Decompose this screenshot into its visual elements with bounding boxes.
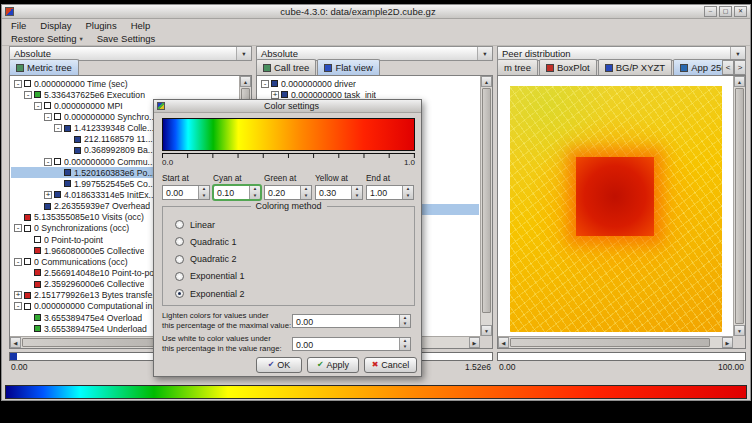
collapse-icon[interactable]: - (34, 102, 42, 110)
radio-exponential-1[interactable]: Exponential 1 (175, 270, 408, 283)
tree-item-text: 0.000000000 Time (sec) (34, 79, 128, 89)
spin-down-icon[interactable]: ▼ (250, 193, 260, 200)
metric-tree-icon (16, 64, 24, 72)
severity-color-box (34, 325, 41, 332)
scroll-right-icon[interactable]: ▶ (722, 337, 733, 348)
save-settings-button[interactable]: Save Settings (93, 33, 160, 45)
collapse-icon[interactable]: - (24, 91, 32, 99)
spin-arrows[interactable]: ▲ ▼ (399, 338, 410, 350)
severity-color-box (24, 258, 31, 265)
tree-item-text: 0.000000000 Commu... (64, 157, 155, 167)
menu-help[interactable]: Help (124, 19, 158, 32)
close-icon[interactable]: ✕ (734, 6, 747, 17)
restore-setting-button[interactable]: Restore Setting ▾ (7, 33, 87, 45)
call-vertical-scrollbar[interactable]: ▲ ▼ (480, 76, 492, 336)
system-horizontal-scrollbar[interactable]: ◀ ▶ (498, 336, 733, 348)
radio-quadratic-2[interactable]: Quadratic 2 (175, 253, 408, 266)
collapse-icon[interactable]: - (14, 80, 22, 88)
collapse-icon[interactable]: - (14, 302, 22, 310)
scroll-left-icon[interactable]: ◀ (498, 337, 509, 348)
collapse-icon[interactable]: - (44, 113, 52, 121)
scroll-down-icon[interactable]: ▼ (734, 325, 745, 336)
scroll-up-icon[interactable]: ▲ (734, 76, 745, 87)
topology-heatmap[interactable] (510, 86, 722, 332)
stop-label: Green at (264, 173, 312, 183)
tab-metric-tree[interactable]: Metric tree (9, 59, 79, 75)
severity-color-box (64, 169, 71, 176)
minimize-icon[interactable]: – (704, 6, 717, 17)
spin-arrows[interactable]: ▲ ▼ (198, 186, 209, 199)
tab-bgp-xyzt[interactable]: BG/P XYZT (598, 59, 672, 75)
scroll-right-icon[interactable]: ▶ (469, 337, 480, 348)
spin-down-icon[interactable]: ▼ (301, 193, 311, 200)
lighten-percentage-spinbox[interactable]: 0.00 ▲ ▼ (292, 314, 411, 328)
expand-icon[interactable]: + (44, 191, 52, 199)
collapse-icon[interactable]: - (14, 224, 22, 232)
tab-boxplot[interactable]: BoxPlot (539, 59, 597, 75)
dialog-title-bar[interactable]: Color settings (154, 100, 421, 113)
start-at-spinbox[interactable]: 0.00 ▲ ▼ (162, 185, 210, 200)
spin-down-icon[interactable]: ▼ (199, 193, 209, 200)
scroll-up-icon[interactable]: ▲ (240, 76, 251, 87)
menu-plugins[interactable]: Plugins (78, 19, 123, 32)
tab-scroll-right-icon[interactable]: > (734, 60, 746, 75)
tab-scroll-left-icon[interactable]: < (722, 60, 734, 75)
radio-button-icon (175, 220, 184, 229)
collapse-icon[interactable]: - (261, 80, 269, 88)
scroll-up-icon[interactable]: ▲ (481, 76, 492, 87)
value-widget-min-label: 0.00 (499, 362, 516, 372)
tree-row[interactable]: -0.000000000 Time (sec) (11, 78, 238, 89)
green-at-spinbox[interactable]: 0.20 ▲ ▼ (264, 185, 312, 200)
collapse-icon[interactable]: - (14, 258, 22, 266)
title-bar[interactable]: cube-4.3.0: data/example2D.cube.gz – ▢ ✕ (2, 5, 750, 19)
stop-label: Start at (162, 173, 210, 183)
scrollbar-thumb[interactable] (482, 88, 491, 313)
tab-flat-view[interactable]: Flat view (317, 59, 379, 75)
maximize-icon[interactable]: ▢ (719, 6, 732, 17)
severity-color-box (54, 158, 61, 165)
tree-row[interactable]: -0.000000000 driver (258, 78, 479, 89)
spin-value: 0.30 (316, 186, 351, 199)
tab-call-tree[interactable]: Call tree (256, 59, 316, 75)
scroll-down-icon[interactable]: ▼ (481, 325, 492, 336)
spin-down-icon[interactable]: ▼ (400, 344, 410, 350)
scrollbar-thumb[interactable] (510, 338, 710, 347)
spin-down-icon[interactable]: ▼ (352, 193, 362, 200)
expand-icon[interactable]: + (271, 91, 279, 99)
radio-linear[interactable]: Linear (175, 218, 408, 231)
spin-arrows[interactable]: ▲ ▼ (249, 186, 260, 199)
tab-system-tree[interactable]: m tree (497, 59, 538, 75)
cancel-button[interactable]: ✖ Cancel (364, 357, 417, 373)
collapse-icon[interactable]: - (54, 124, 62, 132)
collapse-icon[interactable]: - (44, 158, 52, 166)
scrollbar-thumb[interactable] (22, 338, 162, 347)
value-widget-max-label: 1.52e6 (465, 362, 491, 372)
menu-display[interactable]: Display (33, 19, 78, 32)
spin-arrows[interactable]: ▲ ▼ (300, 186, 311, 199)
chevron-down-icon: ▾ (79, 33, 82, 45)
radio-quadratic-1[interactable]: Quadratic 1 (175, 235, 408, 248)
radio-button-icon (175, 237, 184, 246)
system-vertical-scrollbar[interactable]: ▲ ▼ (733, 76, 745, 336)
radio-exponential-2[interactable]: Exponential 2 (175, 287, 408, 300)
expand-icon[interactable]: + (14, 291, 22, 299)
spin-arrows[interactable]: ▲ ▼ (351, 186, 362, 199)
spin-arrows[interactable]: ▲ ▼ (399, 315, 410, 327)
end-at-spinbox[interactable]: 1.00 ▲ ▼ (366, 185, 414, 200)
cyan-at-spinbox[interactable]: 0.10 ▲ ▼ (213, 185, 261, 200)
system-tabbar: m tree BoxPlot BG/P XYZT App 256x256 < > (497, 59, 746, 75)
white-percentage-spinbox[interactable]: 0.00 ▲ ▼ (292, 337, 411, 351)
ok-button[interactable]: ✔ OK (256, 357, 302, 373)
apply-button[interactable]: ✔ Apply (307, 357, 359, 373)
ok-button-label: OK (277, 360, 290, 370)
spin-down-icon[interactable]: ▼ (403, 193, 413, 200)
tree-item-text: 3.655389475e4 Overload (44, 313, 142, 323)
spin-down-icon[interactable]: ▼ (400, 321, 410, 327)
spin-arrows[interactable]: ▲ ▼ (402, 186, 413, 199)
spin-value: 1.00 (367, 186, 402, 199)
scrollbar-thumb[interactable] (735, 88, 744, 324)
yellow-at-spinbox[interactable]: 0.30 ▲ ▼ (315, 185, 363, 200)
menu-file[interactable]: File (4, 19, 33, 32)
scroll-left-icon[interactable]: ◀ (10, 337, 21, 348)
tab-label: Flat view (335, 62, 372, 73)
